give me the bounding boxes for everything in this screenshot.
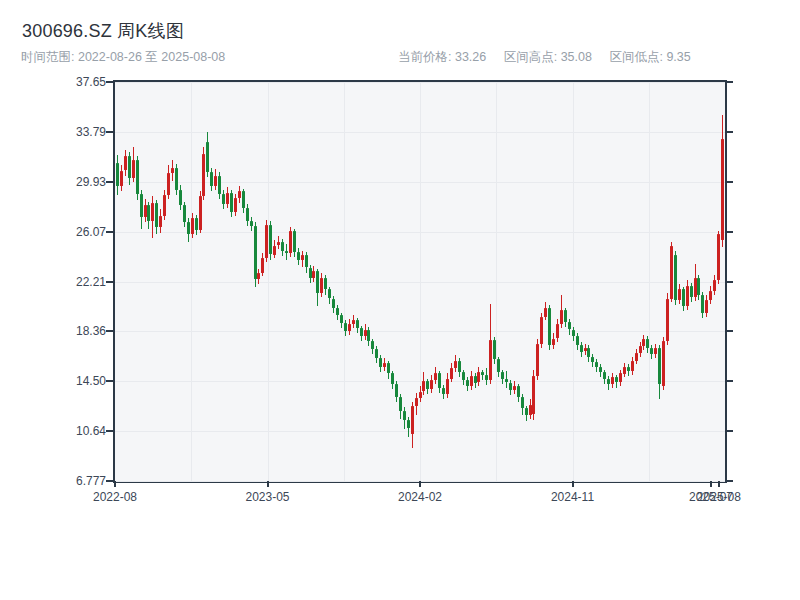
candle-body-up: [226, 193, 229, 205]
candle-body-down: [548, 308, 551, 346]
price-summary: 当前价格: 33.26 区间高点: 35.08 区间低点: 9.35: [398, 49, 705, 65]
candle-body-down: [175, 168, 178, 190]
candle-body-down: [426, 381, 429, 389]
y-tick-mark-right: [727, 281, 733, 283]
candle-body-down: [505, 379, 508, 383]
candle-body-down: [462, 372, 465, 380]
candle-body-down: [187, 222, 190, 234]
h-gridline: [115, 331, 725, 332]
candle-body-down: [682, 289, 685, 306]
candle-body-up: [536, 344, 539, 376]
candle-body-up: [623, 367, 626, 374]
candle-body-up: [383, 363, 386, 367]
candle-body-up: [265, 225, 268, 259]
h-gridline: [115, 282, 725, 283]
candle-body-down: [336, 308, 339, 316]
y-tick-mark: [106, 131, 113, 133]
candle-body-down: [147, 205, 150, 221]
candle-body-up: [454, 361, 457, 369]
candle-body-up: [529, 405, 532, 415]
y-tick-mark: [106, 430, 113, 432]
candle-body-up: [124, 156, 127, 170]
candle-body-down: [517, 386, 520, 396]
candle-body-down: [591, 357, 594, 362]
candle-body-up: [144, 205, 147, 217]
candle-body-down: [568, 322, 571, 330]
candle-body-up: [556, 324, 559, 338]
candle-body-down: [128, 156, 131, 178]
candle-body-down: [474, 376, 477, 383]
current-price-stat: 当前价格: 33.26: [398, 50, 486, 64]
candle-body-up: [678, 289, 681, 299]
candle-body-down: [391, 373, 394, 383]
h-gridline: [115, 232, 725, 233]
candle-body-down: [316, 271, 319, 293]
candle-body-up: [611, 377, 614, 384]
x-tick-mark: [419, 481, 421, 487]
candle-body-up: [532, 376, 535, 414]
candle-body-up: [238, 191, 241, 198]
candle-body-up: [191, 218, 194, 234]
candle-body-down: [242, 191, 245, 208]
candle-body-up: [214, 176, 217, 186]
candle-body-up: [411, 406, 414, 434]
candle-body-up: [289, 231, 292, 253]
y-tick-mark: [106, 181, 113, 183]
candle-body-up: [167, 173, 170, 195]
candle-body-up: [434, 373, 437, 380]
y-tick-label: 14.50: [56, 375, 106, 387]
y-tick-label: 22.21: [56, 276, 106, 288]
candle-body-down: [230, 193, 233, 212]
candle-body-up: [163, 195, 166, 216]
candle-body-up: [721, 139, 724, 241]
candle-body-up: [261, 258, 264, 272]
candle-body-down: [646, 339, 649, 348]
x-tick-mark: [718, 481, 720, 487]
candle-body-up: [450, 368, 453, 378]
candle-body-up: [709, 291, 712, 300]
candle-body-up: [312, 271, 315, 278]
candle-body-up: [132, 160, 135, 178]
y-tick-mark: [106, 81, 113, 83]
candle-body-down: [222, 194, 225, 204]
y-tick-label: 26.07: [56, 226, 106, 238]
candle-body-down: [658, 348, 661, 384]
candle-body-up: [446, 379, 449, 395]
candle-body-down: [183, 205, 186, 222]
candle-body-down: [332, 299, 335, 308]
y-tick-mark: [106, 480, 113, 482]
h-gridline: [115, 182, 725, 183]
candle-body-down: [116, 163, 119, 186]
x-tick-mark: [114, 481, 116, 487]
candle-body-down: [501, 372, 504, 379]
candle-body-up: [234, 198, 237, 212]
candle-body-down: [297, 252, 300, 260]
candle-body-down: [576, 336, 579, 345]
y-tick-mark: [106, 281, 113, 283]
candle-body-down: [195, 218, 198, 230]
candle-body-down: [285, 251, 288, 254]
candle-body-up: [631, 361, 634, 371]
candle-body-up: [670, 246, 673, 299]
h-gridline: [115, 431, 725, 432]
candle-body-down: [179, 190, 182, 206]
candle-body-up: [202, 154, 205, 197]
range-high-stat: 区间高点: 35.08: [504, 50, 592, 64]
y-tick-mark-right: [727, 181, 733, 183]
candle-body-up: [642, 339, 645, 347]
candle-body-up: [584, 348, 587, 352]
x-tick-label: 2022-08: [70, 490, 160, 504]
candle-body-up: [422, 381, 425, 391]
candle-body-down: [615, 377, 618, 382]
candle-body-down: [367, 330, 370, 342]
candle-body-up: [364, 330, 367, 337]
x-tick-mark: [267, 481, 269, 487]
kline-page: 300696.SZ 周K线图 时间范围: 2022-08-26 至 2025-0…: [0, 0, 800, 600]
candle-body-down: [309, 268, 312, 278]
page-title: 300696.SZ 周K线图: [22, 19, 184, 43]
candle-body-down: [387, 363, 390, 373]
y-tick-label: 18.36: [56, 325, 106, 337]
candle-body-down: [442, 388, 445, 395]
kline-chart: [115, 82, 725, 481]
candle-body-down: [599, 367, 602, 372]
